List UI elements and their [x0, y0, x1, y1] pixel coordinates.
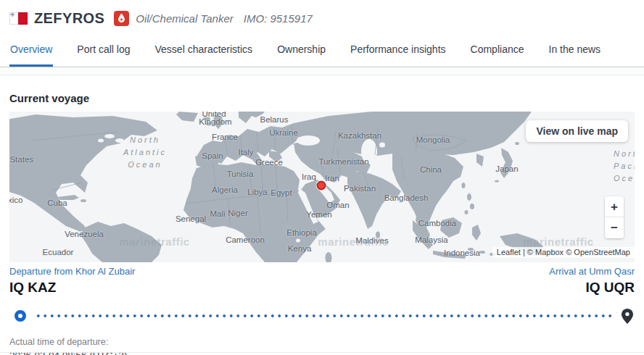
- route-links: Departure from Khor Al Zubair Arrival at…: [9, 266, 635, 277]
- tab-port-call-log[interactable]: Port call log: [76, 33, 131, 67]
- tab-performance-insights[interactable]: Performance insights: [350, 33, 447, 67]
- current-voyage-title: Current voyage: [9, 92, 635, 104]
- destination-pin-icon: [622, 309, 633, 324]
- tab-bar: OverviewPort call logVessel characterist…: [0, 33, 644, 67]
- route-dotted-line: [35, 314, 614, 318]
- vessel-overview-page: ✚ ZEFYROS Oil/Chemical TankerIMO: 951591…: [0, 0, 644, 355]
- arrival-port-code: IQ UQR: [585, 280, 635, 296]
- departure-point-icon: [15, 310, 26, 322]
- zoom-in-button[interactable]: +: [605, 196, 624, 217]
- port-codes: IQ KAZ IQ UQR: [9, 280, 635, 296]
- tab-overview[interactable]: Overview: [9, 33, 53, 67]
- view-on-live-map-button[interactable]: View on live map: [526, 120, 628, 142]
- vessel-name: ZEFYROS: [34, 10, 104, 27]
- departure-port-link[interactable]: Departure from Khor Al Zubair: [9, 266, 135, 277]
- oil-droplet-icon: [114, 11, 129, 26]
- section-divider: [0, 67, 644, 75]
- maltese-cross-glyph: ✚: [10, 12, 15, 18]
- malta-flag-icon: ✚: [9, 12, 28, 25]
- vessel-position-marker[interactable]: [317, 181, 326, 191]
- vessel-type-label: Oil/Chemical Tanker: [136, 12, 234, 25]
- voyage-map[interactable]: UnitedKingdomBelarusUkraineFranceSpainIt…: [9, 112, 635, 262]
- vessel-subtitle: Oil/Chemical TankerIMO: 9515917: [136, 12, 313, 25]
- map-zoom-control: + −: [605, 196, 624, 238]
- atd-label: Actual time of departure:: [9, 337, 635, 347]
- map-attribution: Leaflet | © Mapbox © OpenStreetMap: [492, 247, 635, 258]
- vessel-header: ✚ ZEFYROS Oil/Chemical TankerIMO: 951591…: [0, 0, 644, 33]
- zoom-out-button[interactable]: −: [605, 217, 624, 238]
- tab-in-the-news[interactable]: In the news: [548, 33, 602, 67]
- tab-compliance[interactable]: Compliance: [470, 33, 525, 67]
- imo-label: IMO: 9515917: [244, 12, 313, 25]
- overview-content: Current voyage: [0, 92, 644, 355]
- departure-port-code: IQ KAZ: [9, 280, 56, 296]
- voyage-progress-bar: [9, 307, 635, 325]
- arrival-port-link[interactable]: Arrival at Umm Qasr: [549, 266, 635, 277]
- tab-ownership[interactable]: Ownership: [276, 33, 326, 67]
- bottom-divider: [0, 352, 644, 353]
- tab-vessel-characteristics[interactable]: Vessel characteristics: [154, 33, 254, 67]
